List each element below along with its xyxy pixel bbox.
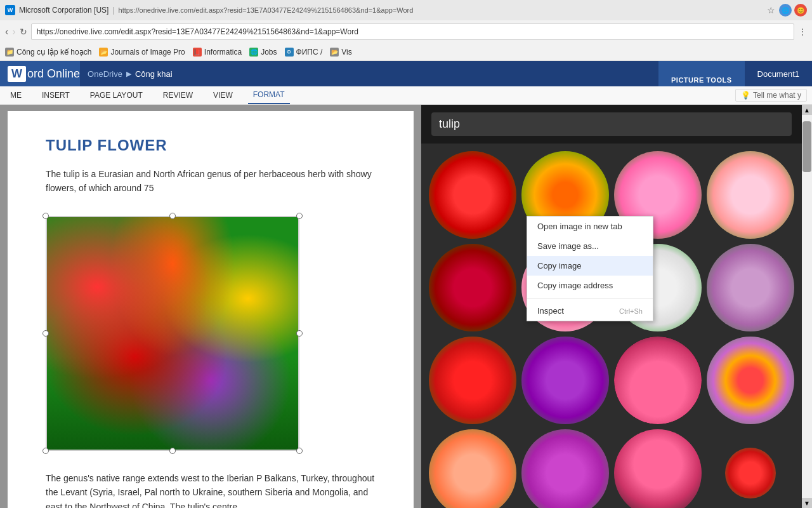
address-bar-row: ‹ › ↻ https://onedrive.live.com/edit.asp… [0,20,812,43]
ext-icon-1[interactable]: 🌐 [779,4,792,17]
context-menu-separator [527,298,653,298]
bookmark-label-5: ФИПС / [296,48,323,57]
bookmark-vis[interactable]: 📂 Vis [330,48,351,57]
bookmark-planning[interactable]: 📁 Công cụ lập kế hoạch [5,48,91,57]
image-cell-r1c1[interactable] [429,151,516,239]
word-app-name: ord Online [27,67,80,81]
document-paragraph-1: The tulip is a Eurasian and North Africa… [46,167,376,196]
folder-icon-3: 📂 [330,48,339,57]
image-cell-r3c2[interactable] [521,337,609,424]
resize-handle-bm[interactable] [169,448,176,454]
ext-icon-2[interactable]: 😊 [794,4,807,17]
document-image[interactable] [46,216,299,451]
search-bar: tulip [421,105,802,144]
page-title: Microsoft Corporation [US] [19,6,108,15]
tab-view[interactable]: VIEW [208,87,238,104]
bookmarks-bar: 📁 Công cụ lập kế hoạch 📂 Journals of Ima… [0,43,812,61]
resize-handle-br[interactable] [296,448,303,454]
document-image-container[interactable] [46,216,299,451]
context-menu-open-new-tab[interactable]: Open image in new tab [527,217,653,236]
bookmark-label-1: Công cụ lập kế hoạch [16,48,91,57]
scroll-down-button[interactable]: ▼ [802,498,812,508]
word-w-logo: W [8,66,26,82]
image-cell-r3c3[interactable] [614,337,702,424]
extension-icons: 🌐 😊 [779,4,807,17]
tab-insert[interactable]: INSERT [37,87,75,104]
context-menu-inspect[interactable]: Inspect Ctrl+Sh [527,301,653,321]
word-logo: W ord Online [8,66,80,82]
bookmark-fips[interactable]: Ф ФИПС / [285,48,323,57]
image-cell-r2c1[interactable] [429,244,516,331]
bookmark-jobs[interactable]: 🌐 Jobs [249,48,277,57]
image-search-panel: tulip [421,105,802,508]
book-icon: 📕 [193,48,202,57]
image-panel: tulip [421,105,802,508]
resize-handle-bl[interactable] [43,448,49,454]
scrollbar-up[interactable]: ⋮ [798,27,807,37]
context-menu-copy-address[interactable]: Copy image address [527,276,653,295]
folder-icon-1: 📁 [5,48,14,57]
context-menu-shortcut-5: Ctrl+Sh [619,307,643,315]
reload-button[interactable]: ↻ [20,27,27,37]
tulip-image-visual [47,217,298,450]
bookmark-label-6: Vis [341,48,351,57]
resize-handle-mr[interactable] [296,330,303,337]
context-menu-save-as[interactable]: Save image as... [527,236,653,256]
favicon: W [5,5,15,15]
word-container: W ord Online OneDrive ▶ Công khai PICTUR… [0,61,812,508]
bookmark-label-3: Informatica [204,48,242,57]
context-menu-label-2: Save image as... [537,241,599,251]
scrollbar: ▲ ▼ [802,105,812,508]
tell-me-box[interactable]: 💡 Tell me what y [735,89,807,102]
tab-format[interactable]: FORMAT [248,86,290,104]
breadcrumb-arrow: ▶ [126,70,131,78]
context-menu-label-5: Inspect [537,306,564,316]
image-cell-r4c1[interactable] [429,429,516,508]
image-cell-r3c4[interactable] [707,337,794,424]
circle-icon: Ф [285,48,294,57]
image-cell-r1c4[interactable] [707,151,794,239]
page-url: https://onedrive.live.com/edit.aspx?resi… [119,6,414,14]
scroll-up-button[interactable]: ▲ [802,105,812,115]
context-menu-copy-image[interactable]: Copy image [527,256,653,276]
image-cell-r4c3[interactable] [614,429,702,508]
bookmark-star-icon[interactable]: ☆ [767,5,775,15]
resize-handle-tm[interactable] [169,213,176,219]
folder-icon-2: 📂 [99,48,108,57]
document-title: TULIP FLOWER [46,137,376,154]
bookmark-informatica[interactable]: 📕 Informatica [193,48,242,57]
tab-home[interactable]: ME [5,87,27,104]
title-bar: W Microsoft Corporation [US] | https://o… [0,0,812,20]
main-area: TULIP FLOWER The tulip is a Eurasian and… [0,105,812,508]
globe-icon: 🌐 [249,48,258,57]
tab-review[interactable]: REVIEW [158,87,198,104]
scroll-thumb[interactable] [802,121,811,172]
image-cell-r5c1[interactable] [725,448,776,498]
breadcrumb: OneDrive ▶ Công khai [80,61,658,86]
search-input-box[interactable]: tulip [431,112,792,136]
breadcrumb-location: Công khai [135,69,173,79]
search-query-text: tulip [439,117,784,131]
resize-handle-tl[interactable] [43,213,49,219]
context-menu: Open image in new tab Save image as... C… [527,216,653,321]
back-button[interactable]: ‹ [5,26,8,37]
image-cell-r5-wrapper [707,429,794,508]
picture-tools-label: PICTURE TOOLS [658,61,745,86]
image-cell-r3c1[interactable] [429,337,516,424]
tell-me-text: Tell me what y [753,91,801,100]
document-paragraph-2: The genus's native range extends west to… [46,471,376,508]
url-text: https://onedrive.live.com/edit.aspx?resi… [37,27,358,36]
bookmark-journals[interactable]: 📂 Journals of Image Pro [99,48,185,57]
tab-page-layout[interactable]: PAGE LAYOUT [85,87,148,104]
resize-handle-ml[interactable] [43,330,49,337]
image-cell-r2c4[interactable] [707,244,794,331]
forward-button[interactable]: › [12,26,15,37]
image-cell-r4c2[interactable] [521,429,609,508]
context-menu-label-1: Open image in new tab [537,222,622,231]
context-menu-label-3: Copy image [537,261,581,271]
word-header: W ord Online [0,61,80,86]
document-area: TULIP FLOWER The tulip is a Eurasian and… [0,105,421,508]
resize-handle-tr[interactable] [296,213,303,219]
address-bar[interactable]: https://onedrive.live.com/edit.aspx?resi… [31,23,794,40]
onedrive-link[interactable]: OneDrive [88,69,122,79]
